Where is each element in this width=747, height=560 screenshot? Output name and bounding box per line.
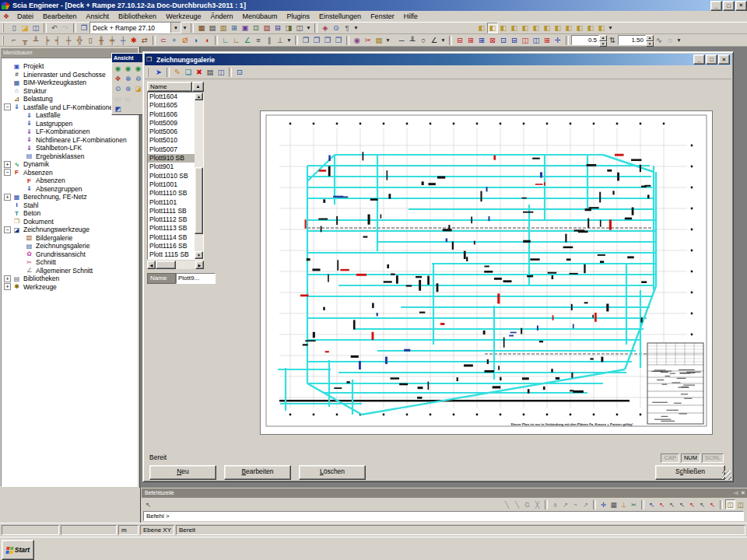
member-check-icon-5[interactable]: ⊡ xyxy=(498,35,509,46)
window-tile-icon-4[interactable]: ❐ xyxy=(333,35,344,46)
view-layer-icon-10[interactable]: ◧ xyxy=(574,23,585,33)
redo-icon[interactable]: ↷ xyxy=(60,23,71,33)
document-icon[interactable]: ▥ xyxy=(218,23,229,33)
cursor-snap-icon-5[interactable]: ↖ xyxy=(687,499,697,509)
results-icon[interactable]: ⊡ xyxy=(251,23,261,33)
layers-icon[interactable]: ⊟ xyxy=(272,23,283,33)
open-icon[interactable]: ◪ xyxy=(19,23,30,33)
zoom-doc-icon[interactable]: ⊙ xyxy=(331,23,342,33)
spin-down-icon[interactable]: ▼ xyxy=(646,41,654,47)
support-icon[interactable]: ╨ xyxy=(407,35,418,46)
zoom-in-icon[interactable]: ⊕ xyxy=(123,73,133,83)
swap-scale-icon[interactable]: ⇅ xyxy=(607,35,618,46)
beam-tool-icon-5[interactable]: ╡ xyxy=(52,35,63,46)
factor-spinner[interactable]: 1.50▲▼ xyxy=(618,35,654,45)
maximize-button[interactable]: □ xyxy=(723,1,735,11)
sidebar-item-zeichnungsgalerie[interactable]: ▤Zeichnungsgalerie xyxy=(2,242,137,250)
plot-list-item[interactable]: Plott901 xyxy=(148,163,195,171)
view-layer-icon-12[interactable]: ◧ xyxy=(596,23,607,33)
cursor-snap-icon-6[interactable]: ↖ xyxy=(697,499,707,509)
property-name-label[interactable]: Name xyxy=(147,273,176,284)
angle-dim-icon[interactable]: ∠ xyxy=(429,35,440,46)
info-icon[interactable]: ¶ xyxy=(342,23,352,33)
member-check-icon-3[interactable]: ⊞ xyxy=(476,35,487,46)
plot-list-item[interactable]: Plott1116 SB xyxy=(148,242,195,250)
sidebar-item-bildergalerie[interactable]: ▧Bildergalerie xyxy=(2,234,137,243)
sidebar-item-lf-kombinationen[interactable]: ⇓LF-Kombinationen xyxy=(2,128,137,136)
toolbar-grip[interactable] xyxy=(147,68,151,77)
toolbar-overflow-icon[interactable]: ▼ xyxy=(305,23,312,33)
snap-polyline-icon[interactable]: ╲ xyxy=(512,499,522,509)
project-combo[interactable]: Deck + Rampe 27.10▼ xyxy=(89,22,181,33)
sidebar-item-bibliotheken[interactable]: +▤Bibliotheken xyxy=(2,275,137,283)
beam-tool-icon-2[interactable]: ╥ xyxy=(19,35,30,46)
delete-plot-icon[interactable]: ✖ xyxy=(194,67,205,78)
new-button[interactable]: Neu xyxy=(149,465,216,480)
sidebar-item-allgemeiner-schnitt[interactable]: ∠Allgemeiner Schnitt xyxy=(2,267,137,275)
cursor-snap-icon-1[interactable]: ↖ xyxy=(647,499,657,509)
menu-item-menbaum[interactable]: Menübaum xyxy=(238,12,282,20)
calculation-icon[interactable]: ▦ xyxy=(196,23,207,33)
close-button[interactable]: ✕ xyxy=(735,1,747,11)
beam-tool-icon-8[interactable]: ▯ xyxy=(85,35,96,46)
plot-list-item[interactable]: Plott1101 xyxy=(148,198,195,207)
axes-icon[interactable]: ✥ xyxy=(113,73,123,83)
command-input[interactable] xyxy=(143,511,744,521)
mesh-icon[interactable]: ⊞ xyxy=(229,23,240,33)
insert-plot-icon[interactable]: ➤ xyxy=(153,67,164,78)
view-layer-icon-4[interactable]: ◧ xyxy=(509,23,520,33)
collapse-icon[interactable]: − xyxy=(4,169,11,176)
scroll-right-icon[interactable]: ▶ xyxy=(195,261,204,269)
scroll-down-icon[interactable]: ▼ xyxy=(195,251,203,259)
render-view-icon-2[interactable]: ◉ xyxy=(123,63,133,73)
sidebar-item-nichtlineare-lf-kombinationen[interactable]: ⇓Nichtlineare LF-Kombinationen xyxy=(2,136,137,145)
member-check-icon-9[interactable]: ⊞ xyxy=(542,35,552,46)
edit-plot-icon[interactable]: ✎ xyxy=(172,67,183,78)
cursor-snap-icon-3[interactable]: ↖ xyxy=(667,499,677,509)
print-plot-icon[interactable]: ▤ xyxy=(205,67,216,78)
gallery-minimize-button[interactable]: _ xyxy=(693,54,705,65)
member-check-icon-1[interactable]: ⊟ xyxy=(454,35,465,46)
plot-list-vscrollbar[interactable]: ▲ ▼ xyxy=(195,93,203,259)
toolbar-overflow-icon[interactable]: ▼ xyxy=(181,23,188,33)
plot-list-item[interactable]: Plott1605 xyxy=(148,101,195,110)
beam-tool-icon-10[interactable]: ╪ xyxy=(107,35,117,46)
beam-tool-icon-4[interactable]: ╞ xyxy=(41,35,52,46)
collapse-icon[interactable]: − xyxy=(4,103,11,110)
clipboard-icon[interactable]: ◈ xyxy=(320,23,331,33)
toolbar-overflow-icon[interactable]: ▼ xyxy=(607,23,614,33)
sidebar-item-dokument[interactable]: ❒Dokument xyxy=(2,218,137,226)
line-icon[interactable]: ─ xyxy=(396,35,407,46)
chevron-down-icon[interactable]: ▼ xyxy=(170,23,181,33)
cut-icon[interactable]: ✂ xyxy=(363,35,374,46)
plot-list-item[interactable]: Plott1111 SB xyxy=(148,207,195,215)
menu-item-plugins[interactable]: Plugins xyxy=(282,12,315,20)
printer-icon[interactable]: ▤ xyxy=(207,23,218,33)
view-layer-icon-7[interactable]: ◧ xyxy=(542,23,552,33)
wave-icon[interactable]: ∿ xyxy=(654,35,665,46)
view-layer-icon-6[interactable]: ◧ xyxy=(531,23,542,33)
menu-item-einstellungen[interactable]: Einstellungen xyxy=(314,12,366,20)
snap-trim-icon[interactable]: ✂ xyxy=(629,499,639,509)
open-view-icon[interactable]: ▤ xyxy=(374,35,384,46)
beam-tool-icon-7[interactable]: ╬ xyxy=(74,35,85,46)
render-view-icon-1[interactable]: ◉ xyxy=(113,63,123,73)
member-check-icon-10[interactable]: ✛ xyxy=(552,35,563,46)
plot-list-item[interactable]: Plott1010 SB xyxy=(148,172,195,180)
plot-list-item[interactable]: Plott1113 SB xyxy=(148,224,195,233)
toolbar-overflow-icon[interactable]: ▼ xyxy=(286,35,293,46)
toolbar-overflow-icon[interactable]: ▼ xyxy=(352,23,359,33)
view-layer-icon-3[interactable]: ◧ xyxy=(498,23,509,33)
scroll-up-icon[interactable]: ▲ xyxy=(195,93,203,100)
sidebar-item-ergebnisklassen[interactable]: ▤Ergebnisklassen xyxy=(2,152,137,161)
expand-icon[interactable]: + xyxy=(4,283,11,290)
plot-list-hscrollbar[interactable]: ◀ ▶ xyxy=(147,261,204,269)
plot-list-item[interactable]: Plott910 SB xyxy=(148,154,195,163)
mdi-child-icon[interactable]: ❖ xyxy=(2,12,11,20)
plot-list-item[interactable]: Plott5009 xyxy=(148,119,195,128)
toolbar-overflow-icon[interactable]: ▼ xyxy=(675,35,682,46)
toolbar-grip[interactable] xyxy=(2,36,6,45)
sidebar-item-beton[interactable]: TBeton xyxy=(2,209,137,218)
sort-ascending-icon[interactable]: ▲ xyxy=(192,82,204,92)
toolbar-grip[interactable] xyxy=(2,23,6,33)
